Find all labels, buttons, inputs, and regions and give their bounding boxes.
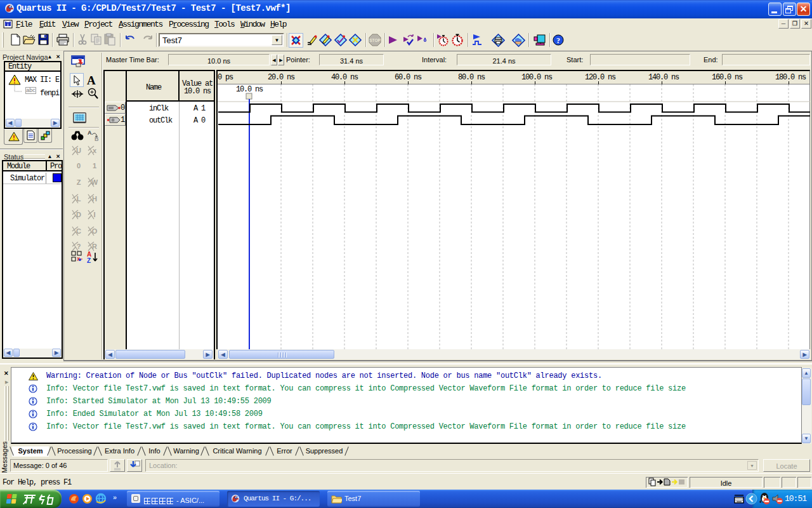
svg-text:STOP: STOP [369,38,381,43]
svg-text:?: ? [556,36,560,45]
